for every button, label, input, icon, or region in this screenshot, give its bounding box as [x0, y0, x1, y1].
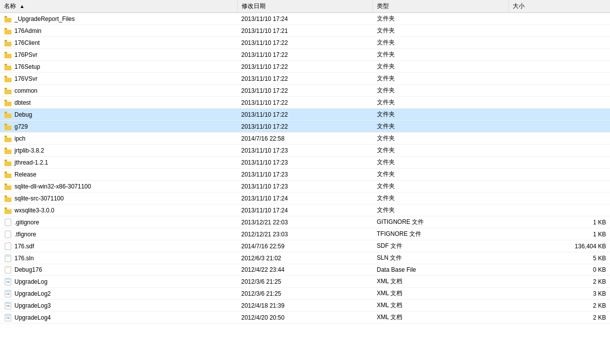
table-row[interactable]: _UpgradeReport_Files2013/11/10 17:24文件夹 — [0, 13, 610, 25]
svg-rect-0 — [4, 16, 7, 17]
file-icon — [4, 254, 12, 262]
svg-rect-5 — [4, 76, 7, 77]
table-row[interactable]: sqlite-dll-win32-x86-30711002013/11/10 1… — [0, 181, 610, 192]
table-row[interactable]: Debug2013/11/10 17:22文件夹 — [0, 109, 610, 121]
table-row[interactable]: 176Client2013/11/10 17:22文件夹 — [0, 37, 610, 49]
svg-rect-4 — [4, 64, 7, 65]
file-type: XML 文档 — [373, 312, 509, 324]
file-type: 文件夹 — [373, 49, 509, 61]
file-date: 2013/11/10 17:21 — [237, 25, 373, 37]
file-type: GITIGNORE 文件 — [373, 216, 509, 228]
table-row[interactable]: XML UpgradeLog32012/4/18 21:39XML 文档2 KB — [0, 300, 610, 312]
table-row[interactable]: jrtplib-3.8.22013/11/10 17:23文件夹 — [0, 145, 610, 157]
col-date-header[interactable]: 修改日期 — [237, 0, 373, 13]
file-type: 文件夹 — [373, 181, 509, 192]
file-size — [508, 37, 610, 49]
folder-icon — [4, 99, 12, 107]
file-type: 文件夹 — [373, 133, 509, 145]
file-date: 2013/11/10 17:23 — [237, 181, 373, 192]
file-size: 2 KB — [508, 312, 610, 324]
file-name: sqlite-dll-win32-x86-3071100 — [14, 183, 91, 190]
file-date: 2013/11/10 17:23 — [237, 157, 373, 169]
file-size — [508, 133, 610, 145]
file-name: UpgradeLog3 — [14, 302, 51, 309]
folder-icon — [4, 182, 12, 190]
file-type: SLN 文件 — [373, 252, 509, 264]
file-icon — [4, 266, 12, 274]
file-name: Debug176 — [14, 266, 42, 273]
file-name: UpgradeLog2 — [14, 290, 51, 297]
table-row[interactable]: .gitignore2013/12/21 22:03GITIGNORE 文件1 … — [0, 216, 610, 228]
table-row[interactable]: XML UpgradeLog42012/4/20 20:50XML 文档2 KB — [0, 312, 610, 324]
table-row[interactable]: sqlite-src-30711002013/11/10 17:24文件夹 — [0, 192, 610, 204]
file-date: 2013/11/10 17:24 — [237, 204, 373, 216]
file-size — [508, 109, 610, 121]
file-name: Debug — [14, 111, 32, 118]
svg-rect-6 — [4, 88, 7, 89]
table-row[interactable]: Release2013/11/10 17:23文件夹 — [0, 169, 610, 181]
sort-arrow-icon: ▲ — [19, 3, 24, 9]
file-type: SDF 文件 — [373, 240, 509, 252]
file-name: 176PSvr — [14, 51, 37, 58]
table-row[interactable]: jthread-1.2.12013/11/10 17:23文件夹 — [0, 157, 610, 169]
file-size: 3 KB — [508, 288, 610, 300]
table-row[interactable]: 176.sln2012/6/3 21:02SLN 文件5 KB — [0, 252, 610, 264]
col-type-header[interactable]: 类型 — [373, 0, 509, 13]
file-name: g729 — [14, 123, 28, 130]
table-row[interactable]: dbtest2013/11/10 17:22文件夹 — [0, 97, 610, 109]
svg-rect-23 — [5, 266, 11, 268]
file-type: 文件夹 — [373, 121, 509, 133]
folder-icon — [4, 123, 12, 131]
table-row[interactable]: ipch2014/7/16 22:58文件夹 — [0, 133, 610, 145]
table-row[interactable]: g7292013/11/10 17:22文件夹 — [0, 121, 610, 133]
file-type: XML 文档 — [373, 276, 509, 288]
table-row[interactable]: common2013/11/10 17:22文件夹 — [0, 85, 610, 97]
file-date: 2013/11/10 17:22 — [237, 85, 373, 97]
file-name: jrtplib-3.8.2 — [14, 147, 44, 154]
svg-rect-28 — [5, 290, 11, 292]
file-name: UpgradeLog — [14, 278, 47, 285]
file-size — [508, 121, 610, 133]
file-name: 176.sln — [14, 255, 34, 262]
table-row[interactable]: 176.sdf2014/7/16 22:59SDF 文件136,404 KB — [0, 240, 610, 252]
table-row[interactable]: 176Setup2013/11/10 17:22文件夹 — [0, 61, 610, 73]
file-name: .tfignore — [14, 231, 36, 238]
file-size: 136,404 KB — [508, 240, 610, 252]
file-type: 文件夹 — [373, 73, 509, 85]
table-row[interactable]: 176Admin2013/11/10 17:21文件夹 — [0, 25, 610, 37]
file-size: 2 KB — [508, 300, 610, 312]
table-row[interactable]: XML UpgradeLog22012/3/6 21:25XML 文档3 KB — [0, 288, 610, 300]
file-date: 2013/11/10 17:22 — [237, 61, 373, 73]
file-name: wxsqlite3-3.0.0 — [14, 207, 54, 214]
svg-rect-13 — [4, 172, 7, 173]
svg-rect-2 — [4, 40, 7, 41]
table-row[interactable]: wxsqlite3-3.0.02013/11/10 17:24文件夹 — [0, 204, 610, 216]
file-date: 2013/12/21 22:03 — [237, 216, 373, 228]
file-name: 176Admin — [14, 27, 41, 34]
table-header-row: 名称 ▲ 修改日期 类型 大小 — [0, 0, 610, 13]
table-row[interactable]: .tfignore2012/12/21 23:03TFIGNORE 文件1 KB — [0, 228, 610, 240]
file-icon: XML — [4, 314, 12, 322]
table-row[interactable]: Debug1762012/4/22 23:44Data Base File0 K… — [0, 264, 610, 276]
file-size: 1 KB — [508, 228, 610, 240]
col-name-header[interactable]: 名称 ▲ — [0, 0, 237, 13]
folder-icon — [4, 75, 12, 83]
svg-text:XML: XML — [6, 317, 10, 319]
file-name: ipch — [14, 135, 25, 142]
file-date: 2013/11/10 17:22 — [237, 73, 373, 85]
col-size-header[interactable]: 大小 — [508, 0, 610, 13]
file-date: 2012/3/6 21:25 — [237, 276, 373, 288]
table-row[interactable]: 176PSvr2013/11/10 17:22文件夹 — [0, 49, 610, 61]
folder-icon — [4, 147, 12, 155]
file-type: 文件夹 — [373, 109, 509, 121]
file-type: 文件夹 — [373, 204, 509, 216]
table-row[interactable]: XML UpgradeLog2012/3/6 21:25XML 文档2 KB — [0, 276, 610, 288]
file-type: 文件夹 — [373, 157, 509, 169]
table-row[interactable]: 176VSvr2013/11/10 17:22文件夹 — [0, 73, 610, 85]
file-size — [508, 157, 610, 169]
file-size — [508, 97, 610, 109]
file-type: 文件夹 — [373, 85, 509, 97]
file-type: 文件夹 — [373, 97, 509, 109]
file-type: 文件夹 — [373, 192, 509, 204]
svg-rect-25 — [5, 278, 11, 280]
